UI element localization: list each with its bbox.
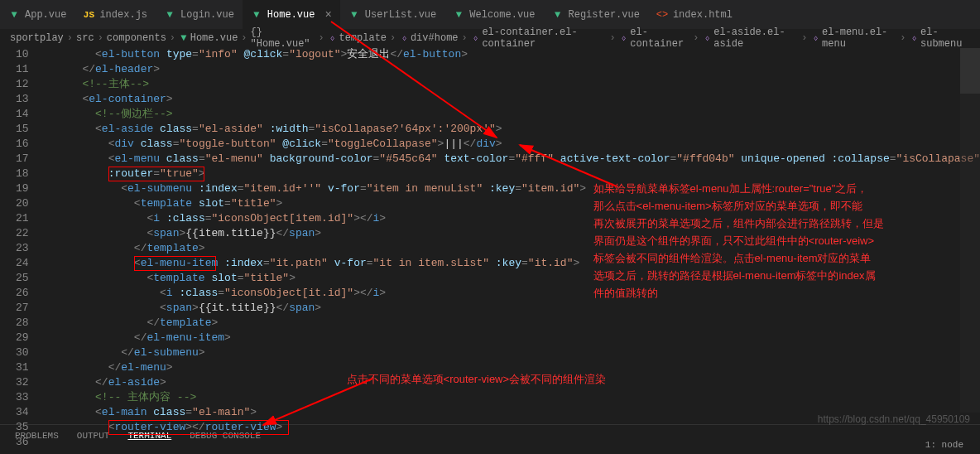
vue-icon: ▼ <box>348 9 360 21</box>
vue-icon: ▼ <box>453 9 464 21</box>
tab-register-vue[interactable]: ▼Register.vue <box>544 0 648 29</box>
tag-icon: ⬨ <box>703 32 713 44</box>
annotation-router: 如果给导航菜单标签el-menu加上属性:router="true"之后， 那么… <box>593 180 958 302</box>
line-gutter: 1011121314151617181920212223242526272829… <box>0 47 44 424</box>
vue-icon: ▼ <box>8 9 20 21</box>
breadcrumb: sportplay› src› components› ▼Home.vue› {… <box>0 29 980 47</box>
tabs-bar: ▼App.vue JSindex.js ▼Login.vue ▼Home.vue… <box>0 0 980 29</box>
tab-index-js[interactable]: JSindex.js <box>74 0 156 29</box>
tag-icon: ⬨ <box>399 32 409 44</box>
tab-login-vue[interactable]: ▼Login.vue <box>156 0 243 29</box>
tag-icon: ⬨ <box>810 32 820 44</box>
tag-icon: ⬨ <box>328 32 338 44</box>
tab-home-vue[interactable]: ▼Home.vue× <box>243 0 340 29</box>
annotation-router-view: 点击不同的菜单选项<router-view>会被不同的组件渲染 <box>347 370 606 388</box>
minimap[interactable] <box>960 48 980 413</box>
tag-icon: ⬨ <box>471 32 481 44</box>
code-content[interactable]: <el-button type="info" @click="logout">安… <box>44 47 980 424</box>
vue-icon: ▼ <box>552 9 564 21</box>
vue-icon: ▼ <box>251 9 262 21</box>
minimap-scrubber[interactable] <box>960 48 980 94</box>
tab-welcome-vue[interactable]: ▼Welcome.vue <box>444 0 543 29</box>
vue-icon: ▼ <box>164 9 175 21</box>
tab-index-html[interactable]: <>index.html <box>648 0 741 29</box>
code-editor[interactable]: 1011121314151617181920212223242526272829… <box>0 47 980 424</box>
watermark: https://blog.csdn.net/qq_45950109 <box>818 413 970 425</box>
html-icon: <> <box>656 9 668 21</box>
terminal-selector[interactable]: 1: node <box>925 440 963 450</box>
js-icon: JS <box>83 9 94 21</box>
tag-icon: ⬨ <box>909 32 919 44</box>
tag-icon: ⬨ <box>619 32 629 44</box>
close-icon[interactable]: × <box>324 8 331 22</box>
vue-icon: ▼ <box>179 32 189 44</box>
tab-userlist-vue[interactable]: ▼UserList.vue <box>340 0 444 29</box>
tab-app-vue[interactable]: ▼App.vue <box>0 0 74 29</box>
